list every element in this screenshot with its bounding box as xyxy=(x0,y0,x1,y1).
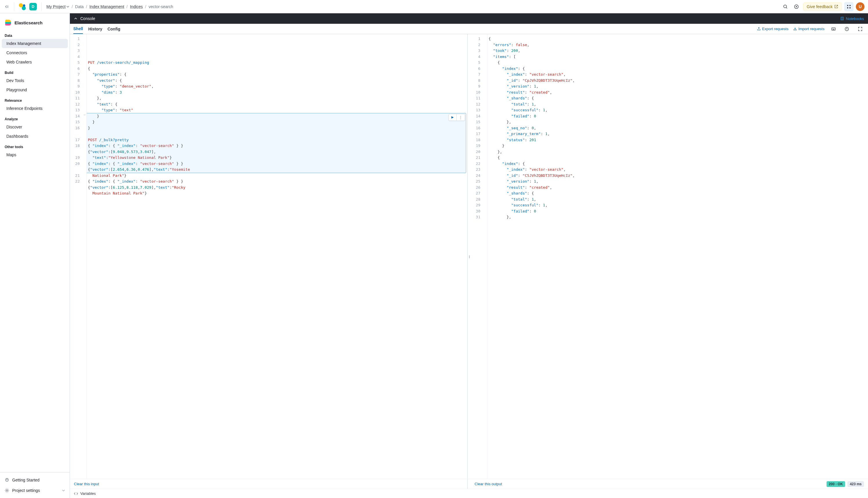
help-icon[interactable] xyxy=(792,2,801,11)
search-icon[interactable] xyxy=(781,2,790,11)
response-time-badge: 423 ms xyxy=(847,481,864,487)
notebooks-link[interactable]: Notebooks xyxy=(840,16,864,21)
breadcrumb-current: vector-search xyxy=(148,4,173,9)
input-pane[interactable]: 12345678910111213141516 1718 1920 2122 —… xyxy=(70,34,467,479)
sidebar-item[interactable]: Dev Tools xyxy=(2,76,68,85)
fold-column xyxy=(483,34,487,479)
user-avatar[interactable]: U xyxy=(856,2,865,11)
run-request-button[interactable] xyxy=(449,114,456,121)
divider xyxy=(41,2,42,11)
sidebar-item[interactable]: Index Management xyxy=(2,39,68,48)
request-run-controls: ⋮ xyxy=(448,114,465,121)
sidebar-section-header: Build xyxy=(0,67,69,76)
sidebar-item[interactable]: Dashboards xyxy=(2,132,68,141)
apps-menu-button[interactable] xyxy=(844,2,854,11)
breadcrumb-data[interactable]: Data xyxy=(75,4,84,9)
console-help-icon[interactable] xyxy=(842,25,851,33)
fold-handle-icon[interactable]: — xyxy=(83,111,87,118)
sidebar-item[interactable]: Playground xyxy=(2,85,68,94)
collapse-sidebar-button[interactable] xyxy=(3,4,9,10)
feedback-button[interactable]: Give feedback xyxy=(803,2,842,11)
elasticsearch-logo-icon xyxy=(5,19,12,26)
fold-column: — xyxy=(83,34,87,479)
svg-rect-3 xyxy=(847,5,848,6)
export-requests-button[interactable]: Export requests xyxy=(757,27,789,31)
main-content: Console Notebooks ShellHistoryConfig Exp… xyxy=(70,13,868,498)
sidebar-getting-started[interactable]: Getting Started xyxy=(0,475,69,485)
divider xyxy=(14,2,14,11)
sidebar-item[interactable]: Inference Endpoints xyxy=(2,104,68,113)
breadcrumb-project[interactable]: My Project xyxy=(47,4,69,9)
chevron-down-icon xyxy=(62,489,65,492)
external-link-icon xyxy=(834,5,838,9)
chevron-up-icon[interactable] xyxy=(74,17,77,20)
clear-output-button[interactable]: Clear this output xyxy=(475,482,502,486)
code-icon xyxy=(74,492,78,496)
status-badge: 200 - OK xyxy=(827,481,845,487)
sidebar-project-settings[interactable]: Project settings xyxy=(0,485,69,496)
request-menu-button[interactable]: ⋮ xyxy=(456,114,465,121)
sidebar-title: Elasticsearch xyxy=(14,20,43,25)
sidebar-item[interactable]: Connectors xyxy=(2,48,68,57)
export-icon xyxy=(757,27,761,31)
sidebar-section-header: Other tools xyxy=(0,141,69,150)
notebook-icon xyxy=(840,16,844,21)
sidebar: Elasticsearch DataIndex ManagementConnec… xyxy=(0,13,70,498)
gear-icon xyxy=(5,488,9,493)
breadcrumb-indices[interactable]: Indices xyxy=(130,4,143,9)
output-gutter: 1234567891011121314151617181920212223242… xyxy=(471,34,483,479)
import-icon xyxy=(793,27,797,31)
output-pane[interactable]: 1234567891011121314151617181920212223242… xyxy=(471,34,868,479)
topbar: D My Project / Data / Index Management /… xyxy=(0,0,868,13)
output-code[interactable]: { "errors": false, "took": 200, "items":… xyxy=(487,34,868,479)
console-tab[interactable]: Shell xyxy=(73,24,83,34)
keyboard-shortcuts-icon[interactable] xyxy=(829,25,838,33)
sidebar-item[interactable]: Maps xyxy=(2,150,68,159)
sidebar-item[interactable]: Web Crawlers xyxy=(2,57,68,67)
editor-footer: Clear this input Clear this output 200 -… xyxy=(70,479,868,489)
fullscreen-icon[interactable] xyxy=(856,25,865,33)
sidebar-section-header: Data xyxy=(0,29,69,39)
elastic-logo-icon[interactable] xyxy=(19,3,26,10)
deployment-badge[interactable]: D xyxy=(29,3,37,11)
sidebar-section-header: Analyze xyxy=(0,113,69,122)
svg-point-7 xyxy=(6,479,7,480)
editor-area: 12345678910111213141516 1718 1920 2122 —… xyxy=(70,34,868,479)
svg-rect-5 xyxy=(847,7,848,9)
console-tabs-row: ShellHistoryConfig Export requests Impor… xyxy=(70,24,868,34)
import-requests-button[interactable]: Import requests xyxy=(793,27,825,31)
clear-input-button[interactable]: Clear this input xyxy=(74,482,99,486)
input-code[interactable]: ⋮ PUT /vector-search/_mapping{ "properti… xyxy=(87,34,467,479)
svg-point-2 xyxy=(796,6,797,7)
sidebar-item[interactable]: Discover xyxy=(2,122,68,132)
console-tab[interactable]: Config xyxy=(107,24,120,34)
console-title: Console xyxy=(80,16,95,21)
chevron-down-icon xyxy=(66,5,69,8)
rocket-icon xyxy=(5,478,9,482)
console-tab[interactable]: History xyxy=(88,24,102,34)
pane-splitter[interactable]: || xyxy=(468,34,471,479)
breadcrumb-index-mgmt[interactable]: Index Management xyxy=(89,4,124,9)
console-header: Console Notebooks xyxy=(70,13,868,24)
input-gutter: 12345678910111213141516 1718 1920 2122 xyxy=(70,34,83,479)
svg-rect-6 xyxy=(850,7,851,9)
svg-point-0 xyxy=(784,5,787,8)
variables-row[interactable]: Variables xyxy=(70,489,868,498)
sidebar-section-header: Relevance xyxy=(0,94,69,104)
breadcrumb: My Project / Data / Index Management / I… xyxy=(47,4,173,9)
svg-point-8 xyxy=(6,490,8,492)
svg-rect-4 xyxy=(850,5,851,6)
svg-rect-10 xyxy=(832,28,836,30)
